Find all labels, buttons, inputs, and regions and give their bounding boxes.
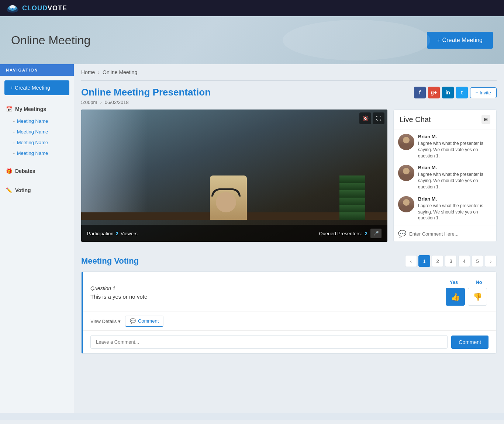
video-headphones [211,188,241,197]
chat-message-text: I agree with what the presenter is sayin… [418,203,492,221]
content-area: Home › Online Meeting Online Meeting Pre… [74,64,504,413]
breadcrumb: Home › Online Meeting [81,64,497,81]
svg-point-3 [11,8,14,10]
voting-header[interactable]: ✏️ Voting [0,184,74,197]
vote-buttons: Yes No 👍 👎 [444,279,489,306]
meeting-header: Online Meeting Presentation 5:00pm › 06/… [81,87,497,105]
meeting-title: Online Meeting Presentation [81,87,211,98]
video-controls-top: 🔇 ⛶ [359,112,384,124]
debates-icon: 🎁 [6,168,12,174]
yes-vote-button[interactable]: 👍 [446,288,465,306]
comment-tab-button[interactable]: 💬 Comment [125,316,163,327]
chat-message: Brian M. I agree with what the presenter… [398,196,492,221]
voting-title: Meeting Voting [81,256,139,266]
pagination: ‹ 1 2 3 4 5 › [405,255,497,267]
logo-text: CLOUDVOTE [22,4,67,12]
calendar-icon: 📅 [6,106,12,112]
chat-message-content: Brian M. I agree with what the presenter… [418,134,492,159]
no-label: No [469,279,489,285]
chat-message-content: Brian M. I agree with what the presenter… [418,165,492,190]
footer-light [0,413,504,420]
video-background [81,110,387,242]
chat-message-text: I agree with what the presenter is sayin… [418,140,492,159]
chat-input[interactable] [409,231,492,237]
video-player: 🔇 ⛶ Participation 2 Viewers Queued Prese… [81,110,387,242]
facebook-share-button[interactable]: f [414,87,426,98]
top-navbar: CLOUDVOTE [0,0,504,16]
question-text: This is a yes or no vote [90,293,147,300]
viewers-count: Participation 2 Viewers [87,231,138,236]
voting-section: ✏️ Voting [0,181,74,200]
comment-icon: 💬 [130,318,136,324]
chat-sender-name: Brian M. [418,165,492,170]
sidebar-item-meeting-4[interactable]: Meeting Name [0,148,74,159]
twitter-share-button[interactable]: t [456,87,468,98]
view-details-button[interactable]: View Details ▾ [90,319,121,324]
logo: CLOUDVOTE [6,1,67,15]
video-bottom-bar: Participation 2 Viewers Queued Presenter… [81,225,387,242]
sidebar-nav-label: NAVIGATION [0,64,74,76]
chat-messages: Brian M. I agree with what the presenter… [394,129,496,226]
debates-section: 🎁 Debates [0,161,74,181]
chat-message: Brian M. I agree with what the presenter… [398,134,492,159]
video-fullscreen-button[interactable]: ⛶ [373,112,384,124]
live-chat-title: Live Chat [400,115,431,124]
main-layout: NAVIGATION + Create Meeting 📅 My Meeting… [0,64,504,413]
sidebar-item-meeting-3[interactable]: Meeting Name [0,137,74,148]
pagination-next[interactable]: › [485,255,497,267]
live-chat-header: Live Chat ⊞ [394,110,496,129]
debates-header[interactable]: 🎁 Debates [0,164,74,178]
sidebar-item-meeting-1[interactable]: Meeting Name [0,116,74,126]
leave-comment-input[interactable] [90,335,448,349]
comment-submit-button[interactable]: Comment [451,336,489,349]
avatar [398,196,414,212]
meeting-columns: 🔇 ⛶ Participation 2 Viewers Queued Prese… [81,110,497,242]
pagination-page-3[interactable]: 3 [445,255,457,267]
meeting-time: 5:00pm › 06/02/2018 [81,100,211,105]
question-body: Question 1 This is a yes or no vote Yes … [83,272,496,312]
chat-expand-button[interactable]: ⊞ [481,115,490,124]
live-chat-panel: Live Chat ⊞ Brian M. [393,110,497,242]
vote-labels: Yes No [444,279,489,285]
chat-message: Brian M. I agree with what the presenter… [398,165,492,190]
video-person-head [216,192,236,212]
pagination-page-5[interactable]: 5 [472,255,483,267]
meeting-title-block: Online Meeting Presentation 5:00pm › 06/… [81,87,211,105]
google-plus-share-button[interactable]: g+ [428,87,440,98]
pagination-prev[interactable]: ‹ [405,255,417,267]
breadcrumb-home[interactable]: Home [81,69,95,75]
pagination-page-1[interactable]: 1 [418,255,430,267]
invite-button[interactable]: + Invite [470,87,497,98]
sidebar-create-button[interactable]: + Create Meeting [4,80,69,95]
chat-sender-name: Brian M. [418,196,492,202]
video-plant [339,175,365,220]
chat-sender-name: Brian M. [418,134,492,139]
breadcrumb-separator: › [98,69,100,75]
queued-presenters-button[interactable]: 🎤 [370,229,382,238]
breadcrumb-current: Online Meeting [103,69,137,75]
no-vote-button[interactable]: 👎 [468,288,487,306]
meeting-actions: f g+ in t + Invite [414,87,497,98]
logo-icon [6,1,19,15]
video-mute-button[interactable]: 🔇 [359,112,371,124]
question-label: Question 1 [90,285,147,291]
create-meeting-hero-button[interactable]: + Create Meeting [427,32,493,49]
my-meetings-section: 📅 My Meetings Meeting Name Meeting Name … [0,100,74,161]
chat-message-text: I agree with what the presenter is sayin… [418,171,492,190]
sidebar: NAVIGATION + Create Meeting 📅 My Meeting… [0,64,74,413]
voting-icon: ✏️ [6,187,12,193]
pagination-page-2[interactable]: 2 [432,255,443,267]
my-meetings-header: 📅 My Meetings [0,102,74,116]
page-title: Online Meeting [11,34,90,47]
chat-message-content: Brian M. I agree with what the presenter… [418,196,492,221]
yes-label: Yes [444,279,463,285]
chat-input-icon: 💬 [398,230,406,238]
chat-input-area: 💬 [394,226,496,241]
avatar [398,134,414,150]
question-footer: View Details ▾ 💬 Comment [83,312,496,330]
queued-presenters: Queued Presenters: 2 🎤 [319,229,382,238]
voting-header: Meeting Voting ‹ 1 2 3 4 5 › [81,249,497,271]
linkedin-share-button[interactable]: in [442,87,454,98]
sidebar-item-meeting-2[interactable]: Meeting Name [0,126,74,137]
pagination-page-4[interactable]: 4 [458,255,470,267]
